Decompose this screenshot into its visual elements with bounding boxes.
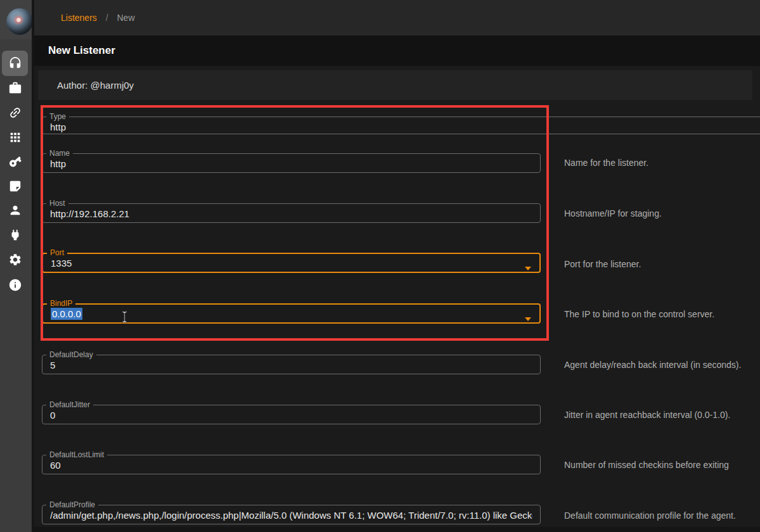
note-icon — [8, 179, 22, 193]
field-defaultjitter-label: DefaultJitter — [46, 402, 93, 408]
field-name-label: Name — [46, 150, 73, 157]
sidebar — [0, 39, 32, 532]
field-defaultlostlimit[interactable]: DefaultLostLimit 60 — [42, 452, 541, 474]
breadcrumb-separator: / — [106, 13, 108, 23]
plug-icon — [8, 228, 22, 242]
key-icon — [5, 152, 25, 172]
new-listener-page: Listeners / New New Listener Author: @ha… — [0, 0, 760, 532]
author-card: Author: @harmj0y — [38, 70, 752, 100]
field-port-description: Port for the listener. — [564, 258, 754, 270]
field-defaultjitter[interactable]: DefaultJitter 0 — [42, 402, 541, 424]
sidebar-item-users[interactable] — [2, 198, 28, 223]
sidebar-item-plugins[interactable] — [2, 222, 28, 248]
sidebar-divider — [32, 0, 34, 532]
field-port[interactable]: Port 1335 — [42, 250, 541, 273]
field-host[interactable]: Host http://192.168.2.21 — [42, 200, 541, 223]
link-icon — [5, 103, 25, 122]
field-defaultdelay[interactable]: DefaultDelay 5 — [42, 352, 541, 374]
briefcase-icon — [8, 81, 22, 95]
app-logo-block — [0, 0, 32, 39]
headset-icon — [8, 56, 22, 70]
sidebar-item-stagers[interactable] — [2, 75, 28, 101]
bottom-strip — [34, 527, 760, 532]
field-defaultlostlimit-description: Number of missed checkins before exiting — [564, 459, 754, 471]
field-defaultjitter-description: Jitter in agent reachback interval (0.0-… — [564, 408, 754, 421]
user-icon — [8, 203, 22, 217]
field-defaultlostlimit-label: DefaultLostLimit — [46, 452, 107, 459]
field-bindip-label: BindIP — [47, 300, 75, 307]
sidebar-item-settings[interactable] — [2, 247, 28, 272]
breadcrumb-current: New — [117, 13, 134, 23]
sidebar-item-reporting[interactable] — [2, 174, 28, 199]
field-type[interactable]: Type http — [42, 113, 760, 134]
modules-grid-icon — [8, 130, 22, 144]
field-host-label: Host — [46, 200, 68, 207]
title-bar: New Listener — [34, 35, 760, 66]
field-defaultdelay-label: DefaultDelay — [46, 352, 96, 358]
field-defaultjitter-value[interactable]: 0 — [50, 409, 515, 421]
sidebar-item-listeners[interactable] — [2, 51, 28, 76]
selected-text: 0.0.0.0 — [51, 308, 82, 320]
field-host-value[interactable]: http://192.168.2.21 — [50, 208, 515, 220]
field-bindip[interactable]: BindIP 0.0.0.0 — [42, 300, 541, 324]
starkiller-logo[interactable] — [6, 8, 33, 35]
field-name-value[interactable]: http — [50, 158, 515, 170]
field-port-value[interactable]: 1335 — [51, 257, 514, 269]
sidebar-item-modules[interactable] — [2, 125, 28, 150]
field-defaultdelay-description: Agent delay/reach back interval (in seco… — [564, 358, 754, 371]
breadcrumb-listeners-link[interactable]: Listeners — [61, 13, 97, 23]
field-bindip-description: The IP to bind to on the control server. — [564, 308, 754, 320]
field-type-label: Type — [46, 113, 69, 120]
field-bindip-value[interactable]: 0.0.0.0 — [51, 308, 514, 320]
breadcrumb: Listeners / New — [61, 13, 135, 23]
field-defaultlostlimit-value[interactable]: 60 — [50, 459, 515, 471]
info-icon — [8, 278, 22, 292]
dropdown-caret-icon[interactable] — [525, 317, 531, 321]
dropdown-caret-icon[interactable] — [525, 267, 531, 270]
field-defaultprofile[interactable]: DefaultProfile /admin/get.php,/news.php,… — [42, 502, 541, 524]
field-defaultprofile-description: Default communication profile for the ag… — [564, 509, 754, 522]
sidebar-item-connections[interactable] — [2, 100, 28, 125]
field-defaultprofile-label: DefaultProfile — [46, 502, 98, 509]
sidebar-item-credentials[interactable] — [2, 149, 28, 174]
field-type-value[interactable]: http — [50, 121, 738, 133]
field-name-description: Name for the listener. — [564, 156, 754, 169]
gear-icon — [8, 253, 22, 267]
topbar: Listeners / New — [34, 0, 760, 35]
field-port-label: Port — [47, 250, 67, 256]
sidebar-item-about[interactable] — [2, 272, 28, 298]
field-name[interactable]: Name http — [42, 150, 541, 173]
page-title: New Listener — [48, 44, 115, 57]
field-defaultdelay-value[interactable]: 5 — [50, 359, 515, 371]
field-defaultprofile-value[interactable]: /admin/get.php,/news.php,/login/process.… — [50, 509, 532, 521]
field-host-description: Hostname/IP for staging. — [564, 207, 754, 220]
